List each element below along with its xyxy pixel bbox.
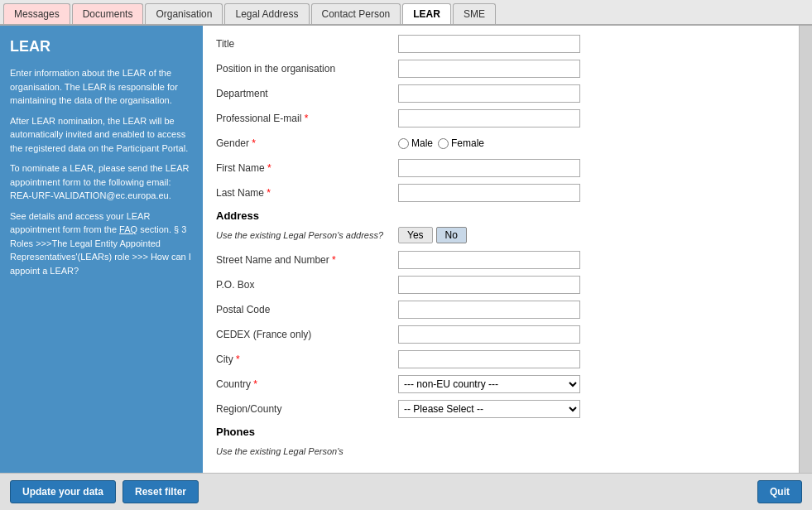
label-email: Professional E-mail *	[216, 113, 398, 124]
required-star-street: *	[332, 254, 336, 266]
scrollbar[interactable]	[799, 26, 812, 473]
tab-contact-person[interactable]: Contact Person	[311, 3, 401, 24]
yes-no-group: Yes No	[398, 227, 467, 243]
required-star-fn: *	[267, 162, 271, 174]
label-pobox: P.O. Box	[216, 279, 398, 291]
input-title[interactable]	[398, 35, 580, 53]
label-title: Title	[216, 38, 398, 50]
label-first-name: First Name *	[216, 162, 398, 174]
field-row-first-name: First Name *	[216, 158, 786, 178]
update-data-button[interactable]: Update your data	[10, 480, 116, 503]
bottom-bar-left: Update your data Reset filter	[10, 480, 199, 503]
gender-male-label[interactable]: Male	[398, 137, 433, 149]
gender-female-text: Female	[451, 137, 484, 149]
input-email[interactable]	[398, 109, 580, 128]
address-section-header: Address	[216, 209, 786, 222]
label-gender: Gender *	[216, 137, 398, 149]
field-row-region: Region/County -- Please Select --	[216, 399, 786, 419]
use-existing-phones-row: Use the existing Legal Person's	[216, 441, 786, 461]
form-area: Title Position in the organisation Depar…	[203, 26, 799, 473]
field-row-postal: Postal Code	[216, 300, 786, 320]
tab-sme[interactable]: SME	[453, 3, 496, 24]
tab-organisation[interactable]: Organisation	[145, 3, 223, 24]
no-button[interactable]: No	[436, 227, 467, 243]
gender-male-text: Male	[411, 137, 433, 149]
label-street: Street Name and Number *	[216, 254, 398, 266]
reset-filter-button[interactable]: Reset filter	[123, 480, 199, 503]
sidebar-para-3: To nominate a LEAR, please send the LEAR…	[10, 161, 193, 203]
sidebar-para-4: See details and access your LEAR appoint…	[10, 209, 193, 278]
label-country: Country *	[216, 378, 398, 390]
sidebar-title: LEAR	[10, 36, 193, 58]
select-region[interactable]: -- Please Select --	[398, 400, 580, 418]
sidebar-para-1: Enter information about the LEAR of the …	[10, 66, 193, 108]
input-department[interactable]	[398, 84, 580, 103]
field-row-gender: Gender * Male Female	[216, 133, 786, 153]
input-city[interactable]	[398, 350, 580, 368]
field-row-cedex: CEDEX (France only)	[216, 325, 786, 344]
input-first-name[interactable]	[398, 159, 580, 177]
quit-button[interactable]: Quit	[757, 480, 802, 503]
input-street[interactable]	[398, 251, 580, 269]
input-last-name[interactable]	[398, 184, 580, 202]
field-row-country: Country * --- non-EU country ---	[216, 374, 786, 394]
field-row-department: Department	[216, 84, 786, 103]
use-existing-phones-label: Use the existing Legal Person's	[216, 445, 398, 457]
use-existing-address-label: Use the existing Legal Person's address?	[216, 229, 398, 241]
yes-button[interactable]: Yes	[398, 227, 433, 243]
field-row-pobox: P.O. Box	[216, 275, 786, 295]
radio-female[interactable]	[438, 138, 449, 149]
label-last-name: Last Name *	[216, 187, 398, 199]
input-postal[interactable]	[398, 301, 580, 319]
field-row-position: Position in the organisation	[216, 59, 786, 79]
field-row-city: City *	[216, 349, 786, 369]
required-star-email: *	[305, 113, 309, 124]
required-star-country: *	[253, 378, 257, 390]
label-postal: Postal Code	[216, 304, 398, 315]
input-position[interactable]	[398, 60, 580, 78]
use-existing-phones-text: Use the existing Legal Person's	[216, 446, 344, 456]
tab-messages[interactable]: Messages	[3, 3, 70, 24]
use-existing-text: Use the existing Legal Person's address?	[216, 230, 383, 240]
label-city: City *	[216, 354, 398, 365]
select-country[interactable]: --- non-EU country ---	[398, 375, 580, 393]
faq-link[interactable]: FAQ	[119, 224, 137, 234]
field-row-email: Professional E-mail *	[216, 108, 786, 128]
label-department: Department	[216, 88, 398, 99]
radio-male[interactable]	[398, 138, 409, 149]
label-region: Region/County	[216, 403, 398, 415]
input-cedex[interactable]	[398, 325, 580, 344]
tab-lear[interactable]: LEAR	[402, 3, 451, 24]
use-existing-address-row: Use the existing Legal Person's address?…	[216, 225, 786, 245]
sidebar: LEAR Enter information about the LEAR of…	[0, 26, 203, 473]
sidebar-para-2: After LEAR nomination, the LEAR will be …	[10, 114, 193, 156]
gender-group: Male Female	[398, 137, 484, 149]
required-star-ln: *	[267, 187, 271, 199]
label-position: Position in the organisation	[216, 63, 398, 75]
required-star-city: *	[236, 354, 240, 365]
gender-female-label[interactable]: Female	[438, 137, 484, 149]
field-row-street: Street Name and Number *	[216, 250, 786, 270]
input-pobox[interactable]	[398, 276, 580, 294]
field-row-title: Title	[216, 34, 786, 54]
field-row-last-name: Last Name *	[216, 183, 786, 203]
tab-legal-address[interactable]: Legal Address	[224, 3, 309, 24]
tab-documents[interactable]: Documents	[72, 3, 144, 24]
phones-section-header: Phones	[216, 426, 786, 438]
tabs-bar: Messages Documents Organisation Legal Ad…	[0, 0, 812, 26]
label-cedex: CEDEX (France only)	[216, 329, 398, 340]
bottom-bar: Update your data Reset filter Quit	[0, 473, 812, 510]
required-star-gender: *	[252, 137, 256, 149]
main-container: Messages Documents Organisation Legal Ad…	[0, 0, 812, 510]
content-area: LEAR Enter information about the LEAR of…	[0, 26, 812, 473]
